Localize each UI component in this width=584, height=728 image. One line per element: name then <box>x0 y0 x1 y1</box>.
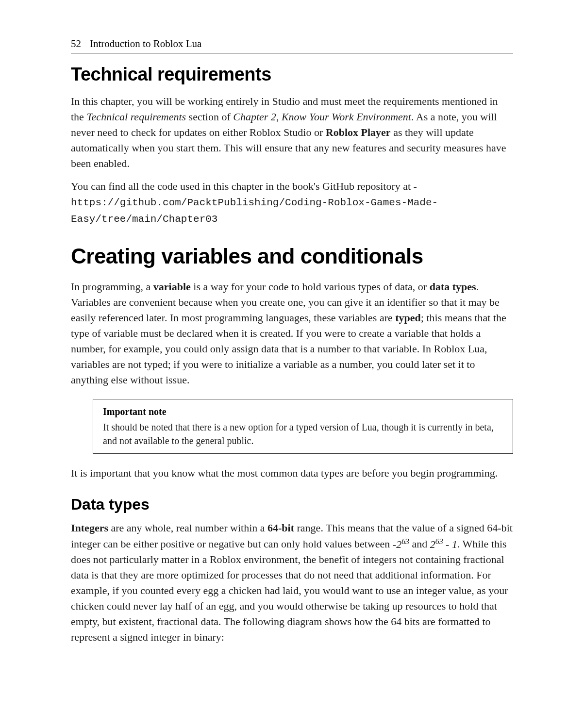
math-text: -263 <box>393 538 409 550</box>
body-paragraph: In this chapter, you will be working ent… <box>71 94 513 171</box>
note-body: It should be noted that there is a new o… <box>103 420 503 447</box>
minus-one: - 1 <box>443 538 457 550</box>
code-url: https://github.com/PacktPublishing/Codin… <box>71 197 438 224</box>
text-run: In programming, a <box>71 281 153 293</box>
text-run: , <box>276 111 282 123</box>
base: 2 <box>396 538 401 550</box>
body-paragraph: In programming, a variable is a way for … <box>71 279 513 387</box>
page-header: 52 Introduction to Roblox Lua <box>71 38 513 53</box>
text-run: and <box>409 538 430 550</box>
page-number: 52 <box>71 38 81 50</box>
italic-text: Technical requirements <box>86 111 186 123</box>
text-run: section of <box>186 111 233 123</box>
body-paragraph: You can find all the code used in this c… <box>71 179 513 227</box>
text-run: is a way for your code to hold various t… <box>191 281 430 293</box>
bold-text: data types <box>430 281 476 293</box>
base: 2 <box>430 538 435 550</box>
subsection-heading-data-types: Data types <box>71 496 513 513</box>
italic-text: Know Your Work Environment <box>282 111 411 123</box>
note-box: Important note It should be noted that t… <box>93 399 513 454</box>
italic-text: Chapter 2 <box>233 111 276 123</box>
text-run: . While this does not particularly matte… <box>71 538 508 643</box>
bold-text: Roblox Player <box>326 126 391 138</box>
body-paragraph: It is important that you know what the m… <box>71 465 513 481</box>
bold-text: typed <box>395 312 421 324</box>
text-run: You can find all the code used in this c… <box>71 180 417 192</box>
exponent: 63 <box>401 537 409 545</box>
text-run: are any whole, real number within a <box>108 522 267 534</box>
bold-text: variable <box>153 281 191 293</box>
bold-text: 64-bit <box>267 522 294 534</box>
note-title: Important note <box>103 406 503 417</box>
exponent: 63 <box>435 537 443 545</box>
section-heading-technical-requirements: Technical requirements <box>71 64 513 85</box>
body-paragraph: Integers are any whole, real number with… <box>71 520 513 645</box>
math-text: 263 - 1 <box>430 538 457 550</box>
running-head: Introduction to Roblox Lua <box>90 38 201 50</box>
bold-text: Integers <box>71 522 108 534</box>
section-heading-creating-variables: Creating variables and conditionals <box>71 244 513 268</box>
